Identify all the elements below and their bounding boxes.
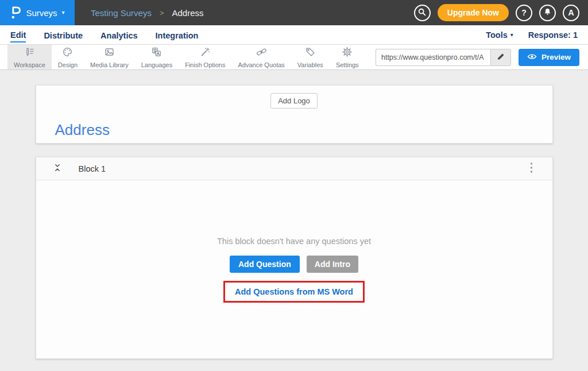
survey-url-group: [376, 49, 511, 66]
search-button[interactable]: [414, 5, 431, 21]
block-card: Block 1 This block doesn't have any ques…: [36, 157, 553, 359]
questionpro-logo-icon: [10, 5, 21, 20]
eye-icon: [527, 53, 537, 62]
add-intro-button[interactable]: Add Intro: [307, 256, 358, 273]
preview-label: Preview: [541, 53, 571, 61]
nav-links: Edit Distribute Analytics Integration: [10, 28, 198, 42]
add-logo-button[interactable]: Add Logo: [270, 93, 318, 109]
top-header: Surveys ▾ Testing Surveys > Address Upgr…: [0, 0, 588, 25]
toolbar-item-languages[interactable]: Languages: [135, 45, 179, 69]
tab-integration[interactable]: Integration: [156, 28, 199, 42]
toolbar-item-workspace[interactable]: Workspace: [7, 45, 52, 69]
collapse-icon: [53, 163, 62, 174]
toolbar-item-finish-options[interactable]: Finish Options: [179, 45, 231, 69]
chain-links-icon: [256, 47, 267, 60]
product-switcher[interactable]: Surveys ▾: [0, 0, 75, 25]
section-nav: Edit Distribute Analytics Integration To…: [0, 25, 588, 45]
tools-label: Tools: [486, 30, 508, 40]
search-icon: [417, 7, 427, 18]
kebab-menu-icon: [530, 167, 533, 175]
add-question-button[interactable]: Add Question: [230, 256, 300, 273]
toolbar-item-label: Variables: [297, 61, 323, 68]
block-actions: Add Question Add Intro: [230, 256, 358, 273]
breadcrumb: Testing Surveys > Address: [91, 8, 204, 18]
help-button[interactable]: ?: [516, 5, 532, 21]
wand-icon: [200, 47, 211, 60]
toolbar-item-design[interactable]: Design: [52, 45, 84, 69]
toolbar-item-variables[interactable]: Variables: [291, 45, 330, 69]
empty-block-message: This block doesn't have any questions ye…: [217, 237, 371, 246]
response-count[interactable]: Response: 1: [528, 30, 578, 40]
chevron-down-icon: ▾: [62, 10, 65, 16]
survey-workspace: Add Logo Address Block 1 This block does…: [0, 70, 588, 371]
toolbar-item-label: Design: [58, 61, 78, 68]
breadcrumb-parent[interactable]: Testing Surveys: [91, 8, 152, 18]
toolbar-item-settings[interactable]: Settings: [330, 45, 365, 69]
product-name: Surveys: [26, 8, 57, 18]
toolbar-item-label: Advance Quotas: [238, 61, 284, 68]
edit-url-button[interactable]: [490, 49, 511, 66]
block-title[interactable]: Block 1: [79, 164, 106, 173]
bell-icon: [543, 7, 552, 18]
header-actions: Upgrade Now ? A: [414, 4, 588, 21]
toolbar-item-label: Settings: [336, 61, 359, 68]
toolbar-item-media-library[interactable]: Media Library: [84, 45, 135, 69]
palette-icon: [62, 47, 73, 60]
breadcrumb-current: Address: [172, 8, 203, 18]
tab-analytics[interactable]: Analytics: [100, 28, 137, 42]
survey-title[interactable]: Address: [55, 121, 552, 139]
toolbar-item-label: Workspace: [14, 61, 45, 68]
collapse-block-button[interactable]: [51, 163, 64, 175]
tab-distribute[interactable]: Distribute: [44, 28, 83, 42]
add-questions-ms-word-link[interactable]: Add Questions from MS Word: [235, 287, 353, 296]
image-icon: [104, 47, 115, 60]
breadcrumb-separator: >: [160, 9, 164, 17]
toolbar-spacer: [365, 45, 376, 69]
avatar[interactable]: A: [563, 5, 579, 21]
pencil-icon: [496, 52, 505, 63]
survey-title-card: Add Logo Address: [36, 85, 553, 144]
block-body: This block doesn't have any questions ye…: [36, 180, 552, 303]
survey-url-input[interactable]: [376, 49, 490, 66]
toolbar-item-label: Finish Options: [185, 61, 225, 68]
tag-icon: [305, 47, 316, 60]
nav-right: Tools ▾ Response: 1: [486, 30, 578, 40]
tab-edit[interactable]: Edit: [10, 28, 26, 42]
tools-menu[interactable]: Tools ▾: [486, 30, 513, 40]
chevron-down-icon: ▾: [510, 32, 513, 38]
translate-icon: [151, 47, 162, 60]
upgrade-now-button[interactable]: Upgrade Now: [438, 4, 509, 21]
notifications-button[interactable]: [539, 5, 556, 21]
block-header: Block 1: [36, 157, 552, 180]
workspace-icon: [24, 47, 35, 60]
gear-icon: [342, 47, 353, 60]
preview-button[interactable]: Preview: [519, 49, 579, 66]
toolbar-item-advance-quotas[interactable]: Advance Quotas: [231, 45, 291, 69]
editor-toolbar: Workspace Design Media Library Languages…: [0, 45, 588, 70]
block-menu-button[interactable]: [528, 160, 535, 177]
annotation-highlight-box: Add Questions from MS Word: [223, 281, 365, 303]
toolbar-item-label: Media Library: [90, 61, 129, 68]
toolbar-item-label: Languages: [141, 61, 172, 68]
